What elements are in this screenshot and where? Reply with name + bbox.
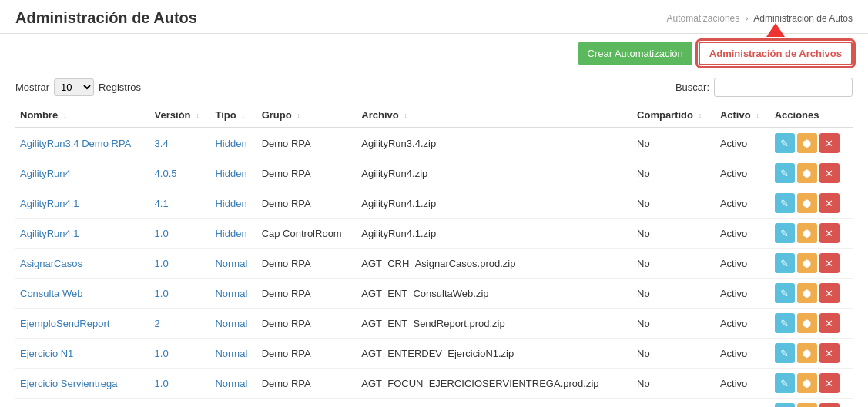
- nombre-link[interactable]: Consulta Web: [20, 288, 82, 299]
- cell-archivo: AGT_CRH_AsignarCasos.prod.zip: [357, 249, 632, 279]
- page-wrapper: Administración de Autos Automatizaciones…: [0, 0, 868, 407]
- table-row: Ejercicio Servientrega 1.0 Normal Demo R…: [15, 369, 853, 399]
- edit-button[interactable]: ✎: [775, 373, 795, 393]
- delete-button[interactable]: ✕: [819, 403, 840, 407]
- show-label: Mostrar: [15, 82, 49, 93]
- create-automation-button[interactable]: Crear Automatización: [578, 42, 692, 65]
- cell-archivo: AGT_ENTERDEV_EjercicioN1.zip: [357, 339, 632, 369]
- cell-tipo: Normal: [210, 279, 256, 309]
- sort-archivo-icon[interactable]: ↕: [404, 112, 407, 120]
- tipo-value: Normal: [215, 258, 247, 269]
- breadcrumb: Automatizaciones › Administración de Aut…: [667, 13, 853, 24]
- tipo-value: Normal: [215, 288, 247, 299]
- toolbar: Crear Automatización Administración de A…: [0, 34, 868, 73]
- cell-compartido: No: [632, 309, 716, 339]
- package-button[interactable]: ⬢: [797, 253, 817, 273]
- delete-button[interactable]: ✕: [819, 193, 840, 213]
- edit-button[interactable]: ✎: [775, 223, 795, 243]
- edit-button[interactable]: ✎: [775, 133, 795, 153]
- action-buttons: ✎ ⬢ ✕: [775, 193, 848, 213]
- package-button[interactable]: ⬢: [797, 283, 817, 303]
- cell-version: 1.0: [150, 369, 211, 399]
- cell-activo: Activo: [716, 128, 770, 158]
- cell-acciones: ✎ ⬢ ✕: [770, 279, 853, 309]
- arrow-up-icon: [766, 23, 785, 37]
- sort-grupo-icon[interactable]: ↕: [297, 112, 300, 120]
- cell-tipo: Hidden: [210, 158, 256, 188]
- cell-version: 1.0: [150, 399, 211, 408]
- delete-button[interactable]: ✕: [819, 373, 840, 393]
- cell-compartido: No: [632, 399, 716, 408]
- cell-grupo: Demo RPA: [257, 339, 357, 369]
- nombre-link[interactable]: AgilityRun3.4 Demo RPA: [20, 138, 131, 149]
- package-button[interactable]: ⬢: [797, 223, 817, 243]
- breadcrumb-separator: ›: [746, 13, 749, 24]
- cell-activo: Activo: [716, 219, 770, 249]
- package-button[interactable]: ⬢: [797, 373, 817, 393]
- edit-button[interactable]: ✎: [775, 313, 795, 333]
- sort-version-icon[interactable]: ↕: [196, 112, 199, 120]
- action-buttons: ✎ ⬢ ✕: [775, 223, 848, 243]
- table-row: EjemploSendReport 2 Normal Demo RPA AGT_…: [15, 309, 853, 339]
- edit-button[interactable]: ✎: [775, 343, 795, 363]
- table-header-row: Nombre ↕ Versión ↕ Tipo ↕ Grupo ↕ Archiv…: [15, 103, 853, 128]
- cell-activo: Activo: [716, 249, 770, 279]
- table-row: AsignarCasos 1.0 Normal Demo RPA AGT_CRH…: [15, 249, 853, 279]
- tipo-value: Normal: [215, 378, 247, 389]
- nombre-link[interactable]: AsignarCasos: [20, 258, 82, 269]
- delete-button[interactable]: ✕: [819, 283, 840, 303]
- package-button[interactable]: ⬢: [797, 133, 817, 153]
- delete-button[interactable]: ✕: [819, 223, 840, 243]
- cell-activo: Activo: [716, 339, 770, 369]
- cell-tipo: Normal: [210, 249, 256, 279]
- package-button[interactable]: ⬢: [797, 313, 817, 333]
- cell-grupo: Cap ControlRoom: [257, 219, 357, 249]
- nombre-link[interactable]: AgilityRun4.1: [20, 198, 79, 209]
- delete-button[interactable]: ✕: [819, 343, 840, 363]
- cell-tipo: Hidden: [210, 188, 256, 219]
- cell-tipo: Normal: [210, 339, 256, 369]
- nombre-link[interactable]: AgilityRun4.1: [20, 228, 79, 239]
- action-buttons: ✎ ⬢ ✕: [775, 163, 848, 183]
- table-body: AgilityRun3.4 Demo RPA 3.4 Hidden Demo R…: [15, 128, 853, 407]
- tipo-value: Normal: [215, 348, 247, 359]
- search-input[interactable]: [714, 78, 853, 97]
- cell-version: 1.0: [150, 279, 211, 309]
- edit-button[interactable]: ✎: [775, 163, 795, 183]
- edit-button[interactable]: ✎: [775, 283, 795, 303]
- cell-nombre: EjemploSendReport: [15, 309, 150, 339]
- cell-nombre: Ejercicio Servientrega: [15, 369, 150, 399]
- nombre-link[interactable]: Ejercicio N1: [20, 348, 73, 359]
- package-button[interactable]: ⬢: [797, 403, 817, 407]
- delete-button[interactable]: ✕: [819, 163, 840, 183]
- sort-activo-icon[interactable]: ↕: [756, 112, 759, 120]
- delete-button[interactable]: ✕: [819, 313, 840, 333]
- delete-button[interactable]: ✕: [819, 253, 840, 273]
- cell-archivo: AGT_ENT_SendReport.prod.zip: [357, 309, 632, 339]
- package-button[interactable]: ⬢: [797, 163, 817, 183]
- action-buttons: ✎ ⬢ ✕: [775, 283, 848, 303]
- edit-button[interactable]: ✎: [775, 253, 795, 273]
- cell-compartido: No: [632, 249, 716, 279]
- sort-compartido-icon[interactable]: ↕: [699, 112, 702, 120]
- sort-tipo-icon[interactable]: ↕: [241, 112, 245, 120]
- cell-activo: Activo: [716, 369, 770, 399]
- tipo-value: Hidden: [215, 198, 246, 209]
- edit-button[interactable]: ✎: [775, 193, 795, 213]
- show-select[interactable]: 10 25 50 100: [54, 78, 94, 96]
- edit-button[interactable]: ✎: [775, 403, 795, 407]
- delete-button[interactable]: ✕: [819, 133, 840, 153]
- cell-nombre: Procuraduria: [15, 399, 150, 408]
- package-button[interactable]: ⬢: [797, 343, 817, 363]
- col-compartido: Compartido ↕: [632, 103, 716, 128]
- nombre-link[interactable]: AgilityRun4: [20, 168, 71, 179]
- nombre-link[interactable]: EjemploSendReport: [20, 318, 109, 329]
- automations-table: Nombre ↕ Versión ↕ Tipo ↕ Grupo ↕ Archiv…: [15, 103, 853, 407]
- package-button[interactable]: ⬢: [797, 193, 817, 213]
- cell-nombre: AgilityRun4.1: [15, 188, 150, 219]
- sort-nombre-icon[interactable]: ↕: [63, 112, 67, 120]
- version-value: 1.0: [155, 288, 169, 299]
- nombre-link[interactable]: Ejercicio Servientrega: [20, 378, 117, 389]
- admin-archivos-button[interactable]: Administración de Archivos: [699, 42, 853, 65]
- cell-version: 4.1: [150, 188, 211, 219]
